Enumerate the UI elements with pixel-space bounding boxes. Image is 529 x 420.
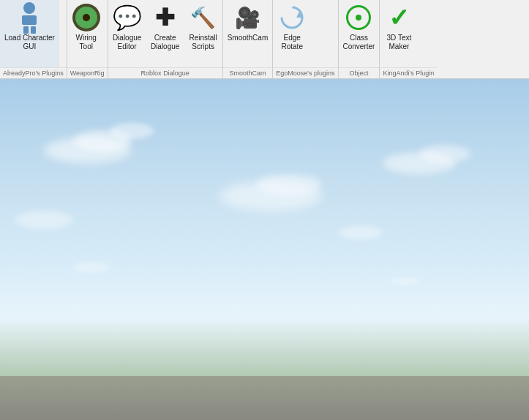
class-converter-icon xyxy=(344,3,373,32)
group-roblox-dialogue: 💬 Dialogue Editor ✚ Create Dialogue 🔨 Re… xyxy=(108,0,223,78)
ground xyxy=(0,376,529,420)
class-converter-button[interactable]: Class Converter xyxy=(339,0,380,67)
dialogue-editor-button[interactable]: 💬 Dialogue Editor xyxy=(108,0,146,67)
alreadypro-group-label: AlreadyPro's Plugins xyxy=(0,67,67,78)
toolbar: Load Character GUI AlreadyPro's Plugins … xyxy=(0,0,529,79)
group-smoothcam: 🎥 SmoothCam SmoothCam xyxy=(223,0,274,78)
sky-background xyxy=(0,79,529,420)
roblox-dialogue-group-label: Roblox Dialogue xyxy=(108,67,222,78)
dialogue-icon: 💬 xyxy=(113,3,142,32)
smoothcam-group-label: SmoothCam xyxy=(223,67,273,78)
weaponrig-group-label: WeaponRig xyxy=(67,67,108,78)
group-alreadypro: Load Character GUI AlreadyPro's Plugins xyxy=(0,0,67,78)
viewport xyxy=(0,79,529,420)
dialogue-editor-label: Dialogue Editor xyxy=(113,34,141,51)
edge-rotate-button[interactable]: Edge Rotate xyxy=(273,0,311,67)
edge-rotate-icon xyxy=(277,3,307,32)
smoothcam-label: SmoothCam xyxy=(228,34,269,42)
reinstall-scripts-button[interactable]: 🔨 Reinstall Scripts xyxy=(184,0,222,67)
egomoose-group-label: EgoMoose's plugins xyxy=(273,67,337,78)
load-character-gui-label: Load Character GUI xyxy=(4,34,55,51)
group-weaponrig: Wiring Tool WeaponRig xyxy=(67,0,108,78)
3d-text-maker-label: 3D Text Maker xyxy=(387,34,412,51)
group-object: Class Converter Object xyxy=(339,0,380,78)
character-icon xyxy=(15,3,44,32)
create-dialogue-icon: ✚ xyxy=(151,3,180,32)
kingandi-group-label: KingAndi's Plugin xyxy=(380,67,437,78)
reinstall-icon: 🔨 xyxy=(189,3,218,32)
wiring-tool-label: Wiring Tool xyxy=(76,34,97,51)
wiring-icon xyxy=(72,3,101,32)
load-character-gui-button[interactable]: Load Character GUI xyxy=(0,0,59,67)
group-kingandi: ✓ 3D Text Maker KingAndi's Plugin xyxy=(380,0,437,78)
create-dialogue-button[interactable]: ✚ Create Dialogue xyxy=(146,0,184,67)
group-egomoose: Edge Rotate EgoMoose's plugins xyxy=(273,0,338,78)
smoothcam-button[interactable]: 🎥 SmoothCam xyxy=(223,0,273,67)
create-dialogue-label: Create Dialogue xyxy=(151,34,179,51)
class-converter-label: Class Converter xyxy=(343,34,375,51)
wiring-tool-button[interactable]: Wiring Tool xyxy=(67,0,105,67)
3d-text-maker-button[interactable]: ✓ 3D Text Maker xyxy=(380,0,418,67)
edge-rotate-label: Edge Rotate xyxy=(281,34,302,51)
3dtext-icon: ✓ xyxy=(384,3,413,32)
reinstall-scripts-label: Reinstall Scripts xyxy=(189,34,217,51)
object-group-label: Object xyxy=(339,67,380,78)
smoothcam-icon: 🎥 xyxy=(233,3,262,32)
